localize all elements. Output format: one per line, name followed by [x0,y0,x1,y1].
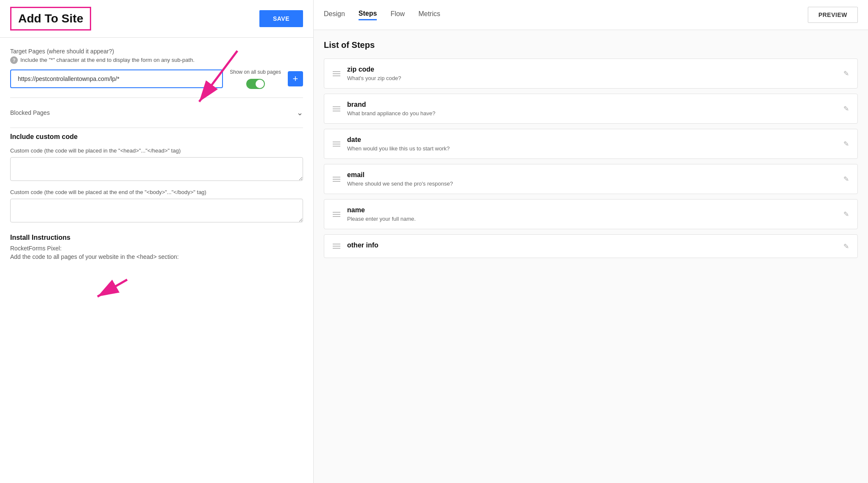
step-card: brand What brand appliance do you have? … [324,94,858,124]
tab-flow[interactable]: Flow [390,10,405,19]
head-code-input[interactable] [10,157,303,181]
show-all-label: Show on all sub pages [230,69,281,76]
step-name: brand [347,101,837,108]
drag-handle[interactable] [333,106,340,111]
body-code-input[interactable] [10,199,303,222]
edit-icon[interactable]: ✎ [843,140,849,148]
url-input[interactable] [10,69,223,88]
edit-icon[interactable]: ✎ [843,210,849,218]
step-name: email [347,171,837,179]
step-card: date When would you like this us to star… [324,129,858,159]
step-description: Where should we send the pro's response? [347,180,837,187]
step-info: brand What brand appliance do you have? [347,101,837,117]
drag-handle[interactable] [333,71,340,76]
step-info: zip code What's your zip code? [347,66,837,81]
step-card: other info ✎ [324,234,858,258]
divider-2 [10,128,303,128]
edit-icon[interactable]: ✎ [843,105,849,113]
body-code-label: Custom code (the code will be placed at … [10,189,303,195]
edit-icon[interactable]: ✎ [843,69,849,78]
right-content: List of Steps zip code What's your zip c… [314,30,868,273]
target-pages-sub: Include the "*" character at the end to … [20,57,195,63]
step-name: zip code [347,66,837,73]
step-card: email Where should we send the pro's res… [324,164,858,194]
drag-handle[interactable] [333,244,340,249]
tab-metrics[interactable]: Metrics [418,10,440,19]
step-name: name [347,206,837,214]
save-button[interactable]: SAVE [259,10,303,27]
tab-design[interactable]: Design [324,10,345,19]
show-subpages-toggle[interactable] [246,79,265,89]
left-content: Target Pages (where should it appear?) ?… [0,38,313,271]
target-pages-label: Target Pages (where should it appear?) [10,48,303,55]
step-name: other info [347,242,837,249]
left-panel: Add To Site SAVE Target Pages (where sho… [0,0,314,483]
drag-handle[interactable] [333,177,340,182]
drag-handle[interactable] [333,142,340,147]
step-description: What's your zip code? [347,75,837,81]
page-title: Add To Site [10,7,91,31]
head-code-label: Custom code (the code will be placed in … [10,147,303,154]
step-card: zip code What's your zip code? ✎ [324,58,858,89]
step-info: email Where should we send the pro's res… [347,171,837,187]
right-header: Design Steps Flow Metrics PREVIEW [314,0,868,30]
step-name: date [347,136,837,144]
add-url-button[interactable]: + [288,71,303,86]
steps-container: zip code What's your zip code? ✎ brand W… [324,58,858,258]
divider-1 [10,97,303,98]
step-info: other info [347,242,837,251]
help-row: ? Include the "*" character at the end t… [10,56,303,64]
chevron-down-icon: ⌄ [297,108,303,117]
help-icon: ? [10,56,18,64]
step-info: date When would you like this us to star… [347,136,837,152]
custom-code-title: Include custom code [10,133,303,141]
preview-button[interactable]: PREVIEW [808,7,858,23]
right-panel: Design Steps Flow Metrics PREVIEW List o… [314,0,868,483]
edit-icon[interactable]: ✎ [843,242,849,250]
show-all-subpages-control: Show on all sub pages [230,69,281,89]
list-of-steps-title: List of Steps [324,40,858,50]
edit-icon[interactable]: ✎ [843,175,849,183]
nav-tabs: Design Steps Flow Metrics [324,10,440,20]
install-instructions-title: Install Instructions [10,234,303,242]
step-card: name Please enter your full name. ✎ [324,199,858,229]
step-description: Please enter your full name. [347,216,837,222]
add-code-label: Add the code to all pages of your websit… [10,253,303,260]
blocked-pages-row[interactable]: Blocked Pages ⌄ [10,103,303,122]
rocketforms-pixel-label: RocketForms Pixel: [10,245,303,252]
left-header: Add To Site SAVE [0,0,313,38]
drag-handle[interactable] [333,212,340,217]
step-info: name Please enter your full name. [347,206,837,222]
tab-steps[interactable]: Steps [359,10,377,20]
blocked-pages-label: Blocked Pages [10,109,50,116]
step-description: What brand appliance do you have? [347,110,837,117]
url-row: Show on all sub pages + [10,69,303,89]
step-description: When would you like this us to start wor… [347,145,837,152]
